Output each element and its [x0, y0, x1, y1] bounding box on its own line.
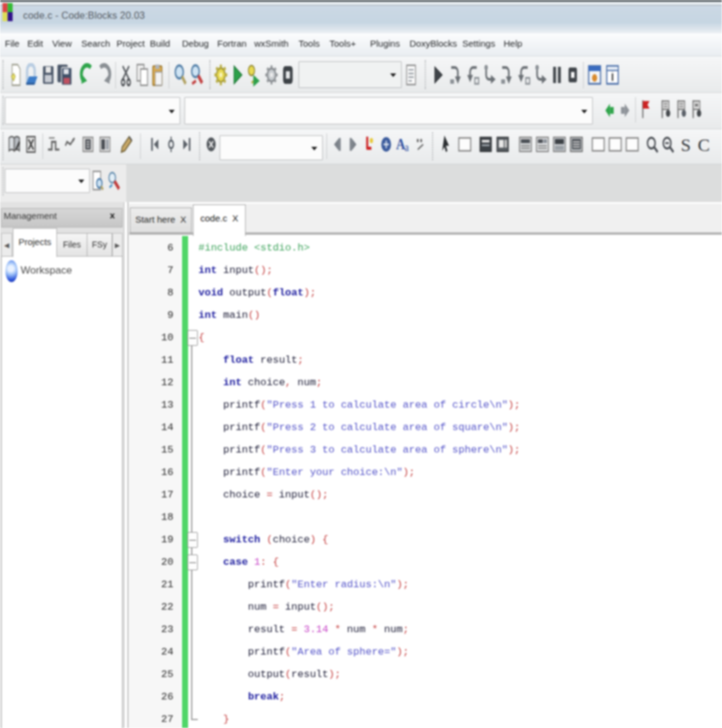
svg-text:a: a — [405, 140, 409, 153]
svg-text:A: A — [396, 136, 405, 153]
